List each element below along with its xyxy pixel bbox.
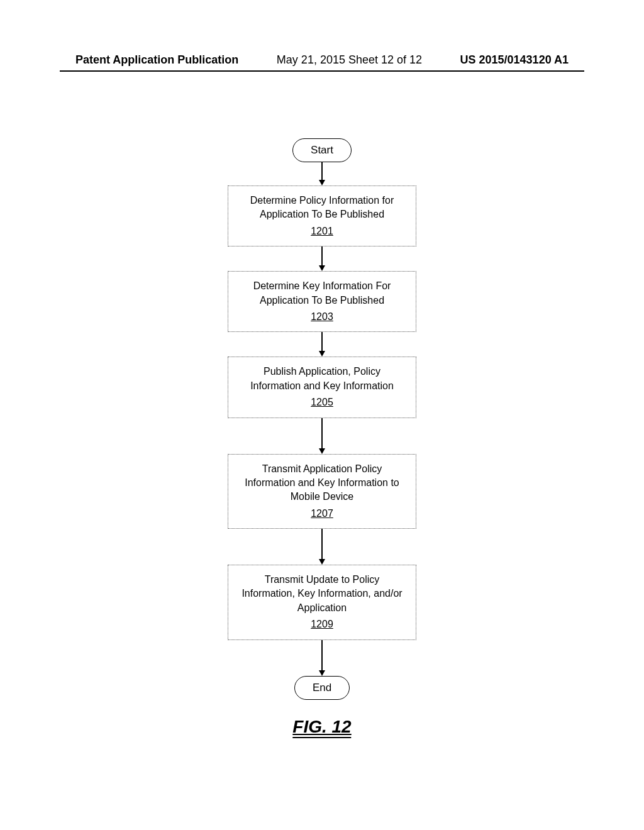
process-text: Transmit Application Policy Information … — [240, 462, 404, 504]
process-ref: 1209 — [240, 617, 404, 631]
process-ref: 1205 — [240, 396, 404, 409]
process-step-1209: Transmit Update to Policy Information, K… — [228, 565, 416, 640]
process-text: Transmit Update to Policy Information, K… — [240, 573, 404, 615]
process-text: Determine Policy Information for Applica… — [240, 194, 404, 222]
terminal-start-label: Start — [311, 144, 333, 156]
process-step-1205: Publish Application, Policy Information … — [228, 357, 416, 418]
process-step-1207: Transmit Application Policy Information … — [228, 454, 416, 529]
header-date-sheet: May 21, 2015 Sheet 12 of 12 — [277, 53, 422, 67]
flowchart: Start Determine Policy Information for A… — [228, 138, 416, 700]
header-publication: Patent Application Publication — [75, 53, 238, 67]
process-ref: 1201 — [240, 224, 404, 238]
process-ref: 1207 — [240, 507, 404, 521]
arrow-icon — [319, 418, 325, 454]
process-text: Publish Application, Policy Information … — [240, 365, 404, 393]
header-rule — [60, 70, 584, 72]
process-ref: 1203 — [240, 310, 404, 324]
arrow-icon — [319, 640, 325, 676]
terminal-end: End — [294, 676, 350, 700]
terminal-start: Start — [292, 138, 352, 162]
arrow-icon — [319, 529, 325, 565]
arrow-icon — [319, 332, 325, 357]
arrow-icon — [319, 246, 325, 271]
process-step-1203: Determine Key Information For Applicatio… — [228, 271, 416, 332]
terminal-end-label: End — [313, 682, 331, 694]
page-header: Patent Application Publication May 21, 2… — [0, 53, 644, 67]
header-pub-number: US 2015/0143120 A1 — [460, 53, 569, 67]
arrow-icon — [319, 162, 325, 185]
process-text: Determine Key Information For Applicatio… — [240, 279, 404, 307]
process-step-1201: Determine Policy Information for Applica… — [228, 185, 416, 246]
figure-label: FIG. 12 — [292, 717, 351, 738]
